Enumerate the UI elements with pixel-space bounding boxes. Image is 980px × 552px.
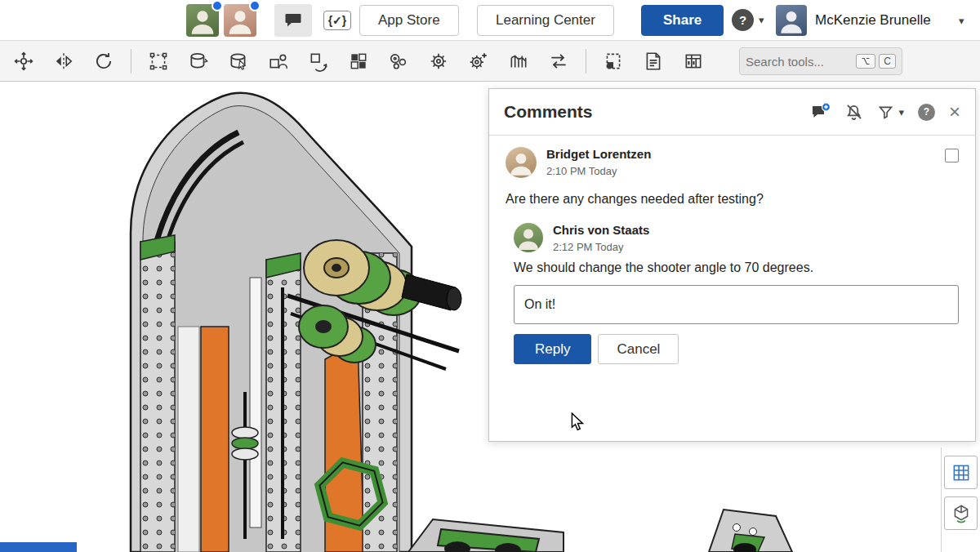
resolve-checkbox[interactable] — [945, 149, 959, 162]
option-key-icon — [856, 54, 875, 69]
c-key-badge: C — [879, 54, 896, 69]
isometric-view-button[interactable] — [944, 496, 978, 530]
part-rotate-icon — [308, 51, 329, 72]
gear-icon — [428, 51, 449, 72]
spring-tool-button[interactable] — [503, 46, 534, 77]
comments-panel-header: Comments ▾ — [489, 89, 975, 136]
grid-cube-icon — [951, 462, 972, 483]
user-avatar[interactable] — [776, 5, 807, 36]
reply-block: Chris von Staats 2:12 PM Today We should… — [514, 223, 959, 364]
person-silhouette-icon — [776, 5, 807, 36]
toolbar-separator — [586, 49, 586, 73]
reply-timestamp: 2:12 PM Today — [553, 241, 959, 253]
pattern-tool-button[interactable] — [343, 46, 374, 77]
gear-cluster-icon — [388, 51, 409, 72]
view-grid-button[interactable] — [944, 456, 978, 489]
comment-timestamp: 2:10 PM Today — [546, 165, 945, 177]
comments-toggle-button[interactable] — [274, 4, 312, 37]
gear-relation-tool-button[interactable] — [383, 46, 414, 77]
comments-panel: Comments ▾ — [488, 88, 976, 442]
drawing-sheet-icon — [643, 51, 664, 72]
follow-badge-icon — [212, 0, 223, 11]
comment-thread: Bridget Lorentzen 2:10 PM Today Are ther… — [489, 136, 975, 364]
dashed-select-icon — [148, 51, 169, 72]
reply-button[interactable]: Reply — [514, 334, 591, 364]
bell-slash-icon — [844, 103, 863, 122]
top-bar: {✓} App Store Learning Center Share ? ▾ … — [0, 0, 980, 41]
panel-help-button[interactable]: ? — [918, 104, 935, 121]
reply-text: We should change the shooter angle to 70… — [514, 260, 959, 275]
reply-input[interactable] — [514, 285, 959, 324]
user-menu-caret-icon[interactable]: ▾ — [959, 15, 964, 27]
user-menu-name[interactable]: McKenzie Brunelle — [815, 0, 931, 41]
move-arrows-icon — [13, 51, 34, 72]
comment-author-avatar — [506, 147, 537, 178]
sketch-region-tool-button[interactable] — [598, 46, 629, 77]
replicate-tool-button[interactable] — [303, 46, 334, 77]
comment-author: Bridget Lorentzen — [546, 147, 945, 161]
swap-arrows-icon — [548, 51, 569, 72]
gear-tool-button[interactable] — [423, 46, 454, 77]
rotate-arrow-icon — [93, 51, 114, 72]
fastened-mate-tool-button[interactable] — [183, 46, 214, 77]
mute-notifications-button[interactable] — [844, 103, 863, 122]
comment-add-icon — [810, 102, 831, 122]
box-select-tool-button[interactable] — [143, 46, 174, 77]
custom-features-button[interactable]: {✓} — [318, 4, 356, 37]
rotate-tool-button[interactable] — [88, 46, 119, 77]
filter-funnel-icon — [877, 104, 894, 121]
mirror-tool-button[interactable] — [48, 46, 79, 77]
new-comment-button[interactable] — [810, 102, 831, 122]
search-tools-input[interactable] — [746, 55, 853, 69]
part-person-icon — [268, 51, 289, 72]
bottom-tab-bar-fragment[interactable] — [0, 542, 77, 552]
help-menu-caret-icon[interactable]: ▾ — [759, 14, 764, 26]
person-silhouette-icon — [506, 147, 537, 178]
gear-add-tool-button[interactable] — [463, 46, 494, 77]
reply-author: Chris von Staats — [553, 223, 959, 237]
bom-table-tool-button[interactable] — [678, 46, 709, 77]
coil-icon — [508, 51, 529, 72]
swap-tool-button[interactable] — [543, 46, 574, 77]
cylinder-arrow-icon — [188, 51, 209, 72]
panel-title: Comments — [504, 102, 810, 122]
cylinder-pointer-icon — [228, 51, 249, 72]
pattern-squares-icon — [348, 51, 369, 72]
comment-bubble-icon — [283, 11, 303, 30]
cancel-button[interactable]: Cancel — [598, 334, 679, 364]
group-mate-tool-button[interactable] — [263, 46, 294, 77]
collaborator-avatar-2[interactable] — [224, 4, 256, 37]
share-button[interactable]: Share — [641, 5, 724, 36]
gear-plus-icon — [468, 51, 489, 72]
search-tools-box: C — [739, 47, 902, 75]
collaborator-avatar-1[interactable] — [186, 4, 219, 37]
viewport-buttons — [944, 456, 978, 530]
table-chart-icon — [683, 51, 704, 72]
assembly-toolbar: C — [0, 41, 980, 82]
filter-caret-icon: ▾ — [898, 106, 904, 118]
mirror-icon — [53, 51, 74, 72]
app-store-button[interactable]: App Store — [359, 5, 459, 36]
dashed-region-icon — [603, 51, 624, 72]
help-button[interactable]: ? — [732, 9, 754, 31]
toolbar-separator — [131, 49, 131, 73]
transform-tool-button[interactable] — [8, 46, 39, 77]
curly-braces-icon: {✓} — [323, 11, 352, 30]
iso-cube-icon — [951, 503, 972, 524]
drawing-tool-button[interactable] — [638, 46, 669, 77]
comment-text: Are there any changes needed after testi… — [506, 192, 959, 207]
learning-center-button[interactable]: Learning Center — [477, 5, 614, 36]
close-panel-button[interactable]: × — [949, 102, 960, 122]
filter-comments-button[interactable]: ▾ — [877, 104, 904, 121]
right-panel-divider — [941, 447, 942, 552]
person-silhouette-icon — [514, 223, 543, 252]
follow-badge-icon — [249, 0, 261, 11]
reply-author-avatar — [514, 223, 543, 252]
revolute-mate-tool-button[interactable] — [223, 46, 254, 77]
